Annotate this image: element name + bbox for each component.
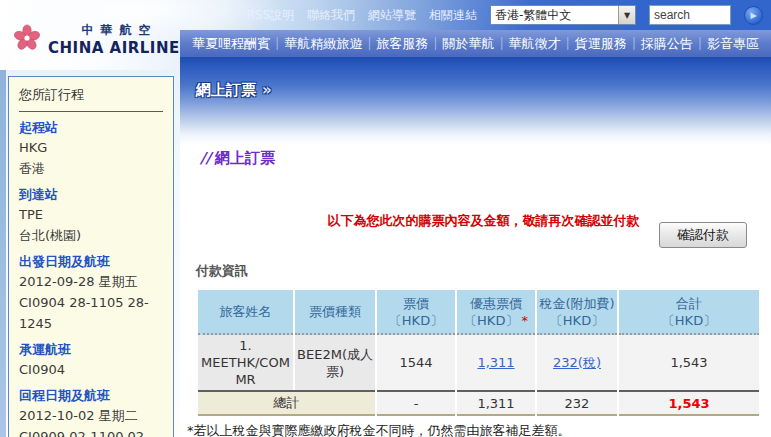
sidebar-value: CI0904 28-1105 28-1245 bbox=[19, 292, 163, 334]
breadcrumb-label: 網上訂票 bbox=[196, 81, 256, 99]
main-content: //網上訂票 以下為您此次的購票內容及金額，敬請再次確認並付款 確認付款 付款資… bbox=[180, 145, 771, 437]
nav-item-passenger-service[interactable]: 旅客服務 bbox=[374, 35, 430, 53]
itinerary-panel: 您所訂行程 起程站 HKG 香港 到達站 TPE 台北(桃園) 出發日期及航班 … bbox=[8, 76, 174, 437]
plum-blossom-icon bbox=[12, 23, 42, 56]
page-title-text: 網上訂票 bbox=[215, 149, 275, 167]
sidebar-label-return-flight: 回程日期及航班 bbox=[19, 387, 163, 405]
breadcrumb: 網上訂票» bbox=[196, 81, 272, 100]
payment-notice: 以下為您此次的購票內容及金額，敬請再次確認並付款 bbox=[236, 212, 731, 230]
language-select[interactable]: 香港-繁體中文 ▼ bbox=[490, 5, 636, 25]
nav-item-media[interactable]: 影音專區 bbox=[705, 35, 761, 53]
col-header-fare: 票價〔HKD〕 bbox=[377, 290, 455, 335]
table-total-row: 總計 - 1,311 232 1,543 bbox=[198, 390, 759, 416]
sidebar-value: 2012-10-02 星期二 bbox=[19, 405, 163, 426]
title-slashes: // bbox=[200, 149, 211, 167]
sidebar-column: 您所訂行程 起程站 HKG 香港 到達站 TPE 台北(桃園) 出發日期及航班 … bbox=[0, 70, 180, 437]
payment-table: 旅客姓名 票價種類 票價〔HKD〕 優惠票價〔HKD〕* 稅金(附加費)〔HKD… bbox=[196, 290, 761, 416]
notice-row: 以下為您此次的購票內容及金額，敬請再次確認並付款 確認付款 bbox=[196, 212, 771, 250]
tax-detail-link[interactable]: 232(稅) bbox=[553, 355, 601, 370]
utility-link-rss[interactable]: RSS說明 bbox=[246, 7, 294, 24]
sidebar-value: 台北(桃園) bbox=[19, 225, 163, 246]
nav-separator: │ bbox=[498, 37, 505, 50]
main-nav: 華夏哩程酬賓 │ 華航精緻旅遊 │ 旅客服務 │ 關於華航 │ 華航徵才 │ 貨… bbox=[180, 30, 771, 57]
total-discount-fare: 1,311 bbox=[457, 390, 535, 416]
nav-separator: │ bbox=[564, 37, 571, 50]
nav-separator: │ bbox=[697, 37, 704, 50]
sidebar-label-operating-flight: 承運航班 bbox=[19, 341, 163, 359]
nav-item-mileage[interactable]: 華夏哩程酬賓 bbox=[190, 35, 272, 53]
search-input[interactable] bbox=[649, 5, 731, 25]
confirm-payment-button[interactable]: 確認付款 bbox=[659, 222, 747, 248]
col-header-total: 合計〔HKD〕 bbox=[619, 290, 759, 335]
sidebar-value: TPE bbox=[19, 204, 163, 225]
page-hero-band: 網上訂票» bbox=[180, 57, 771, 145]
cell-tax: 232(稅) bbox=[537, 335, 617, 390]
cell-fare-type: BEE2M(成人票) bbox=[295, 335, 375, 390]
chevron-down-icon[interactable]: ▼ bbox=[618, 6, 635, 24]
table-header-row: 旅客姓名 票價種類 票價〔HKD〕 優惠票價〔HKD〕* 稅金(附加費)〔HKD… bbox=[198, 290, 759, 335]
nav-item-cargo[interactable]: 貨運服務 bbox=[573, 35, 629, 53]
language-select-value: 香港-繁體中文 bbox=[491, 7, 618, 24]
search-go-button[interactable]: ▶ bbox=[744, 6, 763, 25]
col-header-fare-type: 票價種類 bbox=[295, 290, 375, 335]
total-amount: 1,543 bbox=[619, 390, 759, 416]
sidebar-label-departure-flight: 出發日期及航班 bbox=[19, 253, 163, 271]
itinerary-divider bbox=[19, 111, 163, 112]
sidebar-left-strip bbox=[0, 70, 6, 437]
utility-bar: RSS說明 聯絡我們 網站導覽 相關連結 香港-繁體中文 ▼ ▶ bbox=[246, 5, 763, 25]
sidebar-value: 香港 bbox=[19, 158, 163, 179]
sidebar-value: CI0904 bbox=[19, 359, 163, 380]
nav-separator: │ bbox=[274, 37, 281, 50]
table-row: 1. MEETHK/COM MR BEE2M(成人票) 1544 1,311 2… bbox=[198, 335, 759, 390]
sidebar-value: 2012-09-28 星期五 bbox=[19, 271, 163, 292]
sidebar-label-origin: 起程站 bbox=[19, 119, 163, 137]
asterisk-mark: * bbox=[521, 313, 528, 328]
utility-link-sitemap[interactable]: 網站導覽 bbox=[368, 7, 416, 24]
logo-text: 中華航空 CHINA AIRLINES bbox=[48, 22, 191, 57]
logo-chinese-name: 中華航空 bbox=[48, 22, 191, 39]
total-fare: - bbox=[377, 390, 455, 416]
footnotes: *若以上稅金與實際應繳政府稅金不同時，仍然需由旅客補足差額。 *機票內含之兵險/… bbox=[187, 422, 771, 437]
cell-total: 1,543 bbox=[619, 335, 759, 390]
cell-fare: 1544 bbox=[377, 335, 455, 390]
nav-item-travel[interactable]: 華航精緻旅遊 bbox=[282, 35, 364, 53]
payment-info-heading: 付款資訊 bbox=[196, 262, 771, 280]
sidebar-value: CI0909 02-1100 02-1245 bbox=[19, 426, 163, 437]
col-header-passenger-name: 旅客姓名 bbox=[198, 290, 293, 335]
sidebar-value: HKG bbox=[19, 137, 163, 158]
col-header-tax: 稅金(附加費)〔HKD〕 bbox=[537, 290, 617, 335]
logo-english-name: CHINA AIRLINES bbox=[48, 39, 191, 57]
discount-fare-link[interactable]: 1,311 bbox=[477, 355, 514, 370]
nav-separator: │ bbox=[366, 37, 373, 50]
page-title: //網上訂票 bbox=[200, 149, 771, 168]
total-label: 總計 bbox=[198, 390, 375, 416]
nav-item-procurement[interactable]: 採購公告 bbox=[639, 35, 695, 53]
nav-item-about[interactable]: 關於華航 bbox=[440, 35, 496, 53]
play-arrow-icon: ▶ bbox=[750, 11, 756, 20]
total-tax: 232 bbox=[537, 390, 617, 416]
utility-link-related[interactable]: 相關連結 bbox=[429, 7, 477, 24]
footnote-tax: *若以上稅金與實際應繳政府稅金不同時，仍然需由旅客補足差額。 bbox=[187, 422, 771, 437]
itinerary-title: 您所訂行程 bbox=[19, 86, 163, 104]
col-header-discount-fare: 優惠票價〔HKD〕* bbox=[457, 290, 535, 335]
cell-passenger-name: 1. MEETHK/COM MR bbox=[198, 335, 293, 390]
nav-separator: │ bbox=[432, 37, 439, 50]
nav-separator: │ bbox=[630, 37, 637, 50]
breadcrumb-arrow-icon: » bbox=[262, 81, 272, 99]
nav-item-careers[interactable]: 華航徵才 bbox=[507, 35, 563, 53]
cell-discount-fare: 1,311 bbox=[457, 335, 535, 390]
utility-link-contact[interactable]: 聯絡我們 bbox=[307, 7, 355, 24]
sidebar-label-destination: 到達站 bbox=[19, 186, 163, 204]
